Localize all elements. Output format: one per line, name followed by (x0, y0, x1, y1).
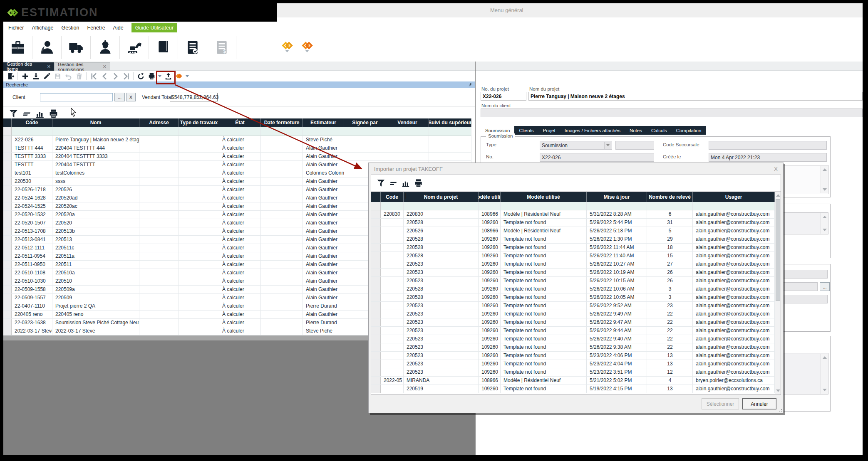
tab-images-fichiers-attach-s[interactable]: Images / Fichiers attachés (560, 126, 625, 135)
row-header-cell[interactable] (3, 144, 12, 152)
tab-gestion-des-items[interactable]: Gestion des items ✕ (3, 62, 54, 71)
table-row[interactable]: 220528109260Template not found5/26/2022 … (371, 244, 775, 252)
row-header-cell[interactable] (3, 244, 12, 252)
chart-icon[interactable] (33, 108, 47, 120)
filter-cell[interactable] (344, 127, 386, 136)
row-header-cell[interactable] (3, 252, 12, 260)
scrollbar-thumb[interactable] (776, 199, 780, 301)
created-field[interactable]: Mon 4 Apr 2022 21:23 (709, 153, 827, 162)
filter-cell[interactable] (587, 202, 647, 210)
table-row[interactable]: 220523109260Template not found5/26/2022 … (371, 302, 775, 310)
row-header-cell[interactable] (371, 335, 381, 343)
filter-cell[interactable] (303, 127, 344, 136)
table-row[interactable]: 220523109260Template not found5/26/2022 … (371, 260, 775, 269)
vertical-scrollbar[interactable] (775, 192, 781, 394)
close-icon[interactable]: ✕ (103, 64, 107, 69)
table-row[interactable]: 220523109260Template not found5/26/2022 … (371, 269, 775, 277)
row-header-cell[interactable] (371, 360, 381, 368)
row-header-cell[interactable] (371, 219, 381, 227)
row-header-cell[interactable] (3, 311, 12, 318)
browse-small-button[interactable]: ... (820, 282, 830, 291)
table-row[interactable]: 220526108966Modèle | Résidentiel Neuf5/2… (371, 227, 775, 235)
tab-calculs[interactable]: Calculs (647, 126, 672, 135)
scroll-down-icon[interactable] (823, 389, 827, 391)
row-header-cell[interactable] (371, 285, 381, 293)
group-list-icon[interactable] (20, 108, 33, 120)
filter-icon[interactable] (374, 177, 387, 189)
row-header-cell[interactable] (3, 177, 12, 185)
scroll-up-icon[interactable] (776, 194, 780, 197)
row-header-cell[interactable] (371, 352, 381, 360)
save-icon[interactable] (52, 71, 63, 81)
invoice-disabled-icon[interactable]: $ (207, 36, 236, 59)
row-header-cell[interactable] (3, 261, 12, 269)
textarea-scrollbar[interactable] (821, 213, 828, 234)
row-header-cell[interactable] (3, 286, 12, 293)
scroll-down-icon[interactable] (776, 390, 780, 392)
row-header-cell[interactable] (371, 227, 381, 235)
column-header[interactable]: Vendeur (386, 118, 429, 127)
row-header-cell[interactable] (371, 277, 381, 285)
row-header-cell[interactable] (371, 293, 381, 301)
chart-icon[interactable] (399, 177, 412, 189)
textarea-scrollbar[interactable] (821, 354, 828, 394)
tab-projet[interactable]: Projet (538, 126, 560, 135)
tab-clients[interactable]: Clients (514, 126, 538, 135)
truck-icon[interactable] (62, 36, 91, 59)
column-header[interactable]: Mise à jour (587, 192, 647, 202)
column-header[interactable] (371, 192, 381, 202)
clear-button[interactable]: X (126, 93, 136, 101)
filter-cell[interactable] (179, 127, 219, 136)
succursale-field[interactable] (709, 141, 827, 150)
tab-gestion-des-soumissions[interactable]: Gestion des soumissions ✕ (54, 62, 110, 71)
row-header-cell[interactable] (3, 319, 12, 327)
project-name-field[interactable]: Pierre Tanguay | Maison neuve 2 étages (528, 92, 863, 101)
search-panel-header[interactable]: Recherche (3, 81, 475, 88)
type-combobox[interactable]: Soumission (540, 141, 612, 150)
row-header-cell[interactable] (3, 236, 12, 244)
filter-cell[interactable] (219, 127, 261, 136)
logo-orange-icon[interactable] (297, 36, 317, 59)
worker-icon[interactable] (91, 36, 120, 59)
row-header-cell[interactable] (3, 153, 12, 160)
filter-cell[interactable] (479, 202, 501, 210)
select-button[interactable]: Sélectionner (702, 398, 739, 409)
tab-compilation[interactable]: Compilation (672, 126, 706, 135)
row-header-cell[interactable] (371, 310, 381, 318)
menu-item-fichier[interactable]: Fichier (8, 25, 24, 31)
table-row[interactable]: 220528109260Template not found5/26/2022 … (371, 293, 775, 302)
filter-cell[interactable] (693, 202, 775, 210)
table-row[interactable]: 220528109260Template not found5/29/2022 … (371, 219, 775, 227)
column-header[interactable]: Nom (52, 118, 139, 127)
list-check-icon[interactable] (178, 36, 207, 59)
filter-cell[interactable] (429, 127, 471, 136)
row-header-cell[interactable] (3, 269, 12, 277)
resize-grip[interactable] (779, 409, 782, 412)
dialog-close-icon[interactable]: X (774, 166, 778, 172)
tab-notes[interactable]: Notes (625, 126, 647, 135)
refresh-icon[interactable] (135, 71, 146, 81)
table-row[interactable]: 220523109260Template not found5/23/2022 … (371, 352, 775, 360)
close-icon[interactable]: ✕ (47, 64, 51, 69)
column-header[interactable]: Code (12, 118, 52, 127)
scroll-down-icon[interactable] (823, 188, 827, 191)
table-row[interactable]: X22-026Pierre Tanguay | Maison neuve 2 é… (3, 136, 471, 144)
table-row[interactable]: 220523109260Template not found5/26/2022 … (371, 277, 775, 285)
dialog-title-bar[interactable]: Importer un projet TAKEOFF X (369, 163, 783, 175)
row-header-cell[interactable] (3, 136, 12, 144)
scroll-up-icon[interactable] (823, 216, 827, 218)
dropdown-caret-icon[interactable] (285, 50, 289, 52)
no-field[interactable]: X22-026 (540, 153, 654, 162)
filter-cell[interactable] (501, 202, 587, 210)
filter-cell[interactable] (3, 127, 12, 136)
pin-icon[interactable] (468, 82, 472, 87)
print-grid-icon[interactable] (412, 177, 424, 189)
row-header-cell[interactable] (371, 377, 381, 385)
table-row[interactable]: 220523109260Template not found5/26/2022 … (371, 310, 775, 318)
scroll-down-icon[interactable] (823, 229, 827, 231)
excavator-icon[interactable] (120, 36, 149, 59)
row-header-cell[interactable] (371, 343, 381, 351)
type-extra-field[interactable] (615, 141, 654, 150)
table-row[interactable]: 2022-05MIRANDA108966Modèle | Résidentiel… (371, 377, 775, 385)
table-row[interactable]: 220519109260Template not found5/19/2022 … (371, 385, 775, 393)
